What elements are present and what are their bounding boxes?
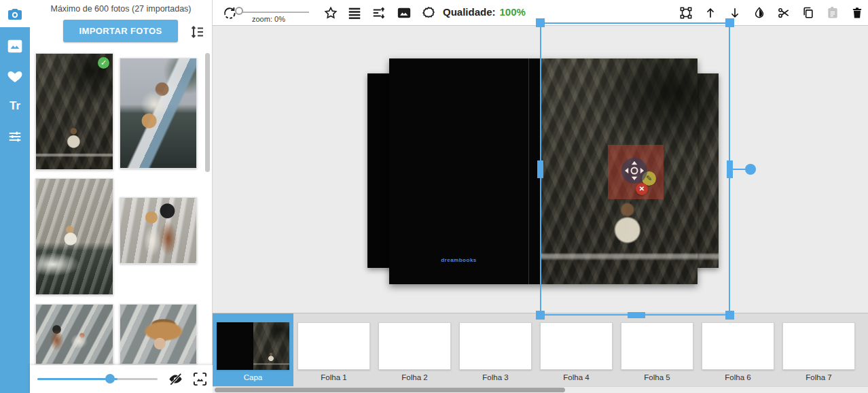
cover-mini-back [217,322,253,370]
sidebar-item-text[interactable]: Tr [0,92,30,120]
left-icon-rail: Tr [0,0,30,393]
photo-count-header: Máximo de 600 fotos (27 importadas) [30,4,212,14]
sort-icon[interactable] [189,24,205,40]
camera-icon [7,5,23,22]
quality-value: 100% [500,6,526,18]
selection-handle-top-left[interactable] [536,18,545,27]
page-thumbnail [540,322,613,370]
photo-panel-scrollbar[interactable] [205,53,210,172]
layouts-lines-icon[interactable] [347,5,362,20]
page-label: Folha 4 [536,373,617,381]
selection-handle-mid-right[interactable] [727,160,733,178]
sidebar-item-photos[interactable] [0,33,30,60]
page-item-folha-5[interactable]: Folha 5 [617,313,698,387]
cut-scissors-icon[interactable] [777,6,791,20]
page-label: Folha 6 [698,373,778,381]
photo-thumbnail[interactable] [120,197,197,264]
photo-panel: Máximo de 600 fotos (27 importadas) IMPO… [30,0,213,393]
sidebar-item-adjustments[interactable] [0,123,30,150]
paste-icon [826,6,839,20]
filmstrip-scrollbar-track[interactable] [213,386,868,393]
move-pad-icon[interactable] [621,157,648,184]
hide-used-eye-off-icon[interactable] [168,371,183,387]
page-thumbnail [782,322,855,370]
filmstrip-scrollbar-thumb[interactable] [215,388,565,392]
page-item-folha-6[interactable]: Folha 6 [698,313,778,387]
page-item-folha-1[interactable]: Folha 1 [293,313,374,387]
thumbnail-size-slider[interactable] [37,378,158,380]
rotation-handle[interactable] [745,164,756,175]
used-check-icon: ✓ [98,57,109,69]
selection-handle-bottom-right[interactable] [725,311,734,320]
page-item-folha-3[interactable]: Folha 3 [455,313,536,387]
thumbnail-size-slider-handle[interactable] [105,374,115,383]
page-thumbnail [459,322,532,370]
autofill-image-icon[interactable] [192,371,208,387]
import-photos-button[interactable]: IMPORTAR FOTOS [63,20,178,42]
photo-thumbnail[interactable] [120,58,197,169]
page-label: Folha 1 [293,373,374,381]
filter-adjust-icon[interactable] [372,5,386,20]
zoom-level-label: zoom: 0% [252,15,313,23]
settings-gear-icon[interactable] [421,5,436,20]
page-label: Folha 2 [374,373,455,381]
sidebar-item-favorites[interactable] [0,63,30,90]
text-tool-icon: Tr [10,99,20,113]
remove-x-icon[interactable]: ✕ [636,183,648,195]
photo-thumbnail[interactable] [35,178,113,295]
contrast-icon[interactable] [753,6,766,20]
spine-line [528,58,529,284]
page-item-folha-2[interactable]: Folha 2 [374,313,455,387]
page-item-capa[interactable]: Capa [213,313,293,387]
page-label: Folha 5 [617,373,698,381]
page-thumbnail [621,322,693,370]
photo-panel-bottom-bar [30,365,213,393]
rotate-icon[interactable] [222,5,237,20]
copy-icon[interactable] [801,6,815,20]
transform-icon[interactable] [679,6,693,20]
page-thumbnail [297,322,370,370]
photos-icon [6,37,24,55]
arrow-down-icon[interactable] [728,6,742,20]
page-thumbnail [702,322,774,370]
photo-thumbnail[interactable]: ✓ [35,53,113,170]
brand-logo-text: dreambooks [389,257,528,263]
page-item-folha-7[interactable]: Folha 7 [778,313,859,387]
page-label: Capa [213,373,293,381]
page-thumbnail [217,322,289,370]
selection-handle-mid-left[interactable] [537,160,543,178]
toolbar-right-group [679,0,864,26]
zoom-slider[interactable] [240,12,309,13]
star-icon[interactable] [323,5,338,20]
quality-indicator: Qualidade:100% [443,6,526,18]
page-label: Folha 3 [455,373,536,381]
page-label: Folha 7 [778,373,859,381]
pages-filmstrip: Capa Folha 1 Folha 2 Folha 3 Folha 4 Fol… [213,313,868,386]
quality-label: Qualidade: [443,6,496,18]
page-item-folha-4[interactable]: Folha 4 [536,313,617,387]
camera-tile[interactable] [0,0,30,27]
photo-thumbnail[interactable] [120,304,197,364]
favorites-heart-icon [7,68,23,84]
image-icon[interactable] [397,5,412,20]
selection-handle-bottom-left[interactable] [536,311,545,320]
selection-handle-mid-bottom[interactable] [628,312,645,318]
selection-handle-top-right[interactable] [725,18,734,27]
adjustments-icon [7,129,22,144]
zoom-slider-handle[interactable] [235,7,243,15]
delete-trash-icon[interactable] [850,6,864,20]
cover-mini-photo [253,322,290,370]
arrow-up-icon[interactable] [704,6,717,20]
photo-thumbnail[interactable] [35,304,113,364]
page-thumbnail [378,322,451,370]
